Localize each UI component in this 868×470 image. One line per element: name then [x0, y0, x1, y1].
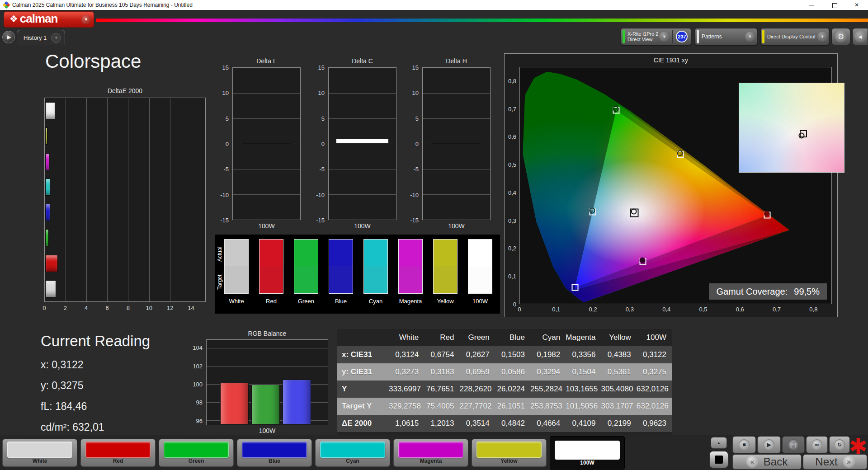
add-tab-button[interactable]: + [51, 33, 61, 43]
table-cell: 75,4005 [424, 398, 459, 415]
chevron-down-icon: ▼ [821, 34, 825, 39]
column-header: White [389, 329, 424, 346]
refresh-button[interactable]: ↻ [829, 436, 850, 453]
meter-count-badge[interactable]: 237 [676, 31, 688, 42]
table-cell: 101,5056 [566, 398, 601, 415]
pattern-label: Magenta [394, 458, 468, 464]
measure-window-button[interactable]: [··] [782, 436, 805, 453]
logo-menu-chevron[interactable]: ▼ [81, 15, 91, 24]
axis-tick-label: 10 [412, 89, 419, 96]
minimize-icon [809, 5, 814, 5]
minimize-button[interactable] [800, 0, 823, 10]
calman-logo-button[interactable]: ❖ calman ▼ [4, 11, 94, 28]
axis-tick-label: 0,7 [508, 105, 516, 112]
deltae-bar-cyan [45, 179, 50, 196]
meter-label: X-Rite i1Pro 2 Direct View [627, 31, 658, 42]
app-icon [3, 1, 10, 9]
display-control-dropdown[interactable]: Direct Display Control ▼ [760, 28, 829, 45]
pattern-button-magenta[interactable]: Magenta [393, 439, 468, 467]
pattern-button-100w[interactable]: 100W [550, 436, 625, 470]
meter-dropdown[interactable]: X-Rite i1Pro 2 Direct View ▼ 237 [621, 28, 691, 45]
patterns-chevron-button[interactable]: ▼ [745, 32, 755, 42]
stop-button[interactable]: ■ [732, 436, 756, 453]
target-swatch [259, 266, 283, 294]
meter-chevron-button[interactable]: ▼ [659, 32, 669, 42]
settings-button[interactable]: ⚙ [831, 28, 850, 45]
gridline [233, 93, 300, 94]
play-button[interactable]: ▶ [757, 436, 781, 453]
delta-h-x-label: 100W [422, 222, 491, 230]
delta-l-title: Delta L [232, 57, 301, 65]
cie-y-axis: 00,10,20,30,40,50,60,70,8 [505, 67, 518, 304]
rgb-balance-plot-area [206, 339, 328, 425]
delta-l-x-label: 100W [232, 222, 301, 230]
table-cell: 0,6754 [424, 346, 459, 363]
meter-accent-bar [623, 30, 625, 43]
chevron-double-left-icon: « [746, 456, 758, 468]
row-label: y: CIE31 [337, 363, 389, 381]
gridline [233, 169, 300, 169]
axis-tick-label: 0,2 [589, 306, 597, 313]
collapse-panel-button[interactable]: ◀ [852, 28, 868, 45]
back-label: Back [764, 456, 788, 468]
white-point-inset [739, 83, 844, 173]
current-reading-y: y: 0,3275 [41, 380, 150, 392]
table-cell: 26,1051 [495, 398, 530, 415]
axis-tick-label: 100 [193, 381, 203, 388]
axis-tick-label: 0,7 [773, 306, 781, 313]
pattern-button-green[interactable]: Green [159, 439, 234, 467]
table-cell: 0,2627 [460, 346, 495, 363]
pattern-label: Red [81, 458, 155, 464]
axis-tick-label: 4 [85, 305, 88, 311]
cie-x-axis: 00,10,20,30,40,50,60,70,8 [519, 306, 832, 313]
pattern-bar: WhiteRedGreenBlueCyanMagentaYellow100W ▲… [0, 435, 868, 470]
axis-tick-label: 0,8 [809, 306, 817, 313]
axis-tick-label: -10 [316, 191, 325, 198]
close-button[interactable]: ✕ [845, 0, 868, 10]
axis-tick-label: 5 [415, 115, 419, 122]
actual-swatch [398, 239, 423, 266]
pattern-label: Yellow [472, 458, 546, 464]
pattern-button-blue[interactable]: Blue [237, 439, 312, 467]
next-button[interactable]: Next » [803, 454, 867, 470]
gridline [423, 118, 490, 119]
axis-tick-label: 0,1 [508, 273, 516, 280]
restore-button[interactable] [823, 0, 845, 10]
gamut-coverage-badge: Gamut Coverage: 99,5% [709, 283, 827, 300]
column-header: Cyan [530, 329, 566, 346]
actual-swatch [468, 239, 492, 266]
sidebar-expand-button[interactable]: ▶ [2, 31, 15, 43]
pattern-button-yellow[interactable]: Yellow [472, 439, 547, 467]
axis-tick-label: 0 [518, 306, 521, 313]
pattern-button-red[interactable]: Red [80, 439, 156, 467]
calman-window: Calman 2025 Calman Ultimate for Business… [0, 0, 868, 470]
actual-swatch [259, 239, 283, 266]
swatch-100w: 100W [468, 239, 492, 311]
axis-tick-label: 6 [105, 305, 108, 311]
table-row: y: CIE310,32730,31830,69590,05860,32940,… [337, 363, 672, 381]
tab-history-1[interactable]: History 1 + [17, 30, 65, 45]
measured-circle [640, 258, 646, 263]
pattern-swatch [476, 442, 542, 458]
current-reading-fl: fL: 184,46 [41, 400, 150, 413]
collapse-bar-button[interactable]: ▲ [711, 437, 727, 449]
next-label: Next [815, 456, 837, 468]
column-header: Magenta [566, 329, 601, 346]
continuous-measure-button[interactable]: ∞ [806, 436, 828, 453]
delta-l-chart: Delta L 151050-5-10-15 100W [214, 67, 301, 239]
target-swatch [294, 266, 318, 294]
table-row: Y333,699776,7651228,262026,0224255,28241… [337, 381, 672, 398]
gridline [170, 98, 170, 301]
display-control-chevron-button[interactable]: ▼ [817, 32, 827, 42]
delta-zero-bar [432, 143, 481, 144]
pattern-button-cyan[interactable]: Cyan [315, 439, 390, 467]
pattern-swatch [320, 442, 385, 458]
pattern-label: White [3, 458, 77, 464]
display-pattern-button[interactable] [709, 451, 729, 469]
swatch-label: Yellow [433, 298, 458, 305]
table-cell: 0,3273 [389, 363, 424, 381]
row-label: Y [337, 381, 389, 398]
back-button[interactable]: « Back [732, 454, 802, 470]
pattern-button-white[interactable]: White [2, 439, 77, 467]
patterns-dropdown[interactable]: Patterns ▼ [695, 28, 757, 45]
